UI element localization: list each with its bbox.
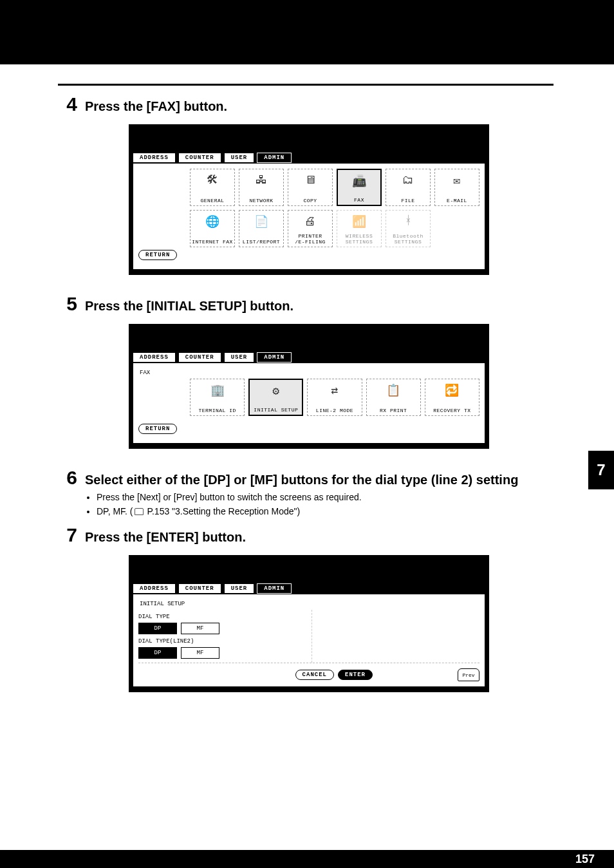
tab-address[interactable]: ADDRESS xyxy=(133,153,176,163)
top-black-bar xyxy=(0,0,614,64)
tab-user[interactable]: USER xyxy=(224,352,255,363)
tab-counter[interactable]: COUNTER xyxy=(178,352,221,363)
note-line: Press the [Next] or [Prev] button to swi… xyxy=(97,491,554,504)
step-title: Press the [INITIAL SETUP] button. xyxy=(85,299,293,314)
terminal-id-icon: 🏢 xyxy=(191,383,244,397)
tab-counter[interactable]: COUNTER xyxy=(178,583,221,594)
tab-user[interactable]: USER xyxy=(224,153,255,163)
horizontal-rule xyxy=(58,84,554,86)
step-title: Press the [ENTER] button. xyxy=(85,530,246,545)
btn-dp-line2[interactable]: DP xyxy=(138,647,177,659)
btn-line2-mode[interactable]: ⇄LINE-2 MODE xyxy=(307,379,362,416)
btn-mf-line2[interactable]: MF xyxy=(181,647,219,659)
prev-button[interactable]: Prev xyxy=(458,668,479,681)
btn-fax[interactable]: 📠FAX xyxy=(337,169,382,206)
btn-general[interactable]: 🛠GENERAL xyxy=(190,169,235,206)
step-number: 5 xyxy=(58,293,77,315)
btn-dp-line1[interactable]: DP xyxy=(138,623,177,634)
bluetooth-icon: ᚼ xyxy=(386,214,430,227)
step-7: 7 Press the [ENTER] button. ADDRESS COUN… xyxy=(58,524,554,692)
recovery-icon: 🔁 xyxy=(425,383,479,397)
admin-screen: ADDRESS COUNTER USER ADMIN 🛠GENERAL 🖧NET… xyxy=(129,124,489,275)
step-number: 6 xyxy=(58,467,77,489)
book-icon xyxy=(135,508,144,515)
step-number: 7 xyxy=(58,524,77,546)
rx-print-icon: 📋 xyxy=(367,383,420,397)
tab-admin[interactable]: ADMIN xyxy=(257,583,292,594)
label-dial-type: DIAL TYPE xyxy=(138,614,306,620)
step-title: Select either of the [DP] or [MF] button… xyxy=(85,473,518,487)
note-line: DP, MF. ( P.153 "3.Setting the Reception… xyxy=(97,505,554,518)
btn-printer-efiling[interactable]: 🖨PRINTER /E-FILING xyxy=(288,210,333,247)
label-dial-type-line2: DIAL TYPE(LINE2) xyxy=(138,638,306,645)
list-report-icon: 📄 xyxy=(239,214,283,229)
btn-terminal-id[interactable]: 🏢TERMINAL ID xyxy=(190,379,245,416)
tab-counter[interactable]: COUNTER xyxy=(178,153,221,163)
network-icon: 🖧 xyxy=(239,173,283,187)
copy-icon: 🖥 xyxy=(288,173,332,187)
btn-file[interactable]: 🗂FILE xyxy=(386,169,431,206)
tab-admin[interactable]: ADMIN xyxy=(257,352,292,363)
general-icon: 🛠 xyxy=(191,173,234,187)
step-number: 4 xyxy=(58,93,77,115)
btn-mf-line1[interactable]: MF xyxy=(181,623,219,634)
btn-bluetooth: ᚼBluetooth SETTINGS xyxy=(386,210,431,247)
context-initial-setup: INITIAL SETUP xyxy=(138,599,479,610)
return-button[interactable]: RETURN xyxy=(138,250,177,260)
btn-wireless: 📶WIRELESS SETTINGS xyxy=(337,210,382,247)
page-footer: 157 xyxy=(0,850,614,868)
btn-internet-fax[interactable]: 🌐INTERNET FAX xyxy=(190,210,235,247)
tab-user[interactable]: USER xyxy=(224,583,255,594)
context-fax: FAX xyxy=(138,368,479,379)
initial-setup-screen: ADDRESS COUNTER USER ADMIN INITIAL SETUP… xyxy=(129,555,489,692)
step-5: 5 Press the [INITIAL SETUP] button. ADDR… xyxy=(58,293,554,449)
chapter-tab: 7 xyxy=(588,451,614,489)
printer-icon: 🖨 xyxy=(288,214,332,228)
internet-fax-icon: 🌐 xyxy=(191,214,234,229)
btn-initial-setup[interactable]: ⚙INITIAL SETUP xyxy=(248,379,303,416)
page-number: 157 xyxy=(575,853,595,866)
tab-address[interactable]: ADDRESS xyxy=(133,583,176,594)
file-icon: 🗂 xyxy=(386,173,430,187)
line2-icon: ⇄ xyxy=(308,383,361,397)
wireless-icon: 📶 xyxy=(337,214,381,229)
email-icon: ✉ xyxy=(435,173,479,187)
initial-setup-icon: ⚙ xyxy=(250,384,302,398)
step-6: 6 Select either of the [DP] or [MF] butt… xyxy=(58,467,554,518)
tab-address[interactable]: ADDRESS xyxy=(133,352,176,363)
fax-icon: 📠 xyxy=(338,174,380,188)
fax-screen: ADDRESS COUNTER USER ADMIN FAX 🏢TERMINAL… xyxy=(129,324,489,449)
btn-list-report[interactable]: 📄LIST/REPORT xyxy=(239,210,284,247)
tab-admin[interactable]: ADMIN xyxy=(257,153,292,163)
cancel-button[interactable]: CANCEL xyxy=(295,670,334,680)
return-button[interactable]: RETURN xyxy=(138,424,177,434)
btn-copy[interactable]: 🖥COPY xyxy=(288,169,333,206)
step-title: Press the [FAX] button. xyxy=(85,99,227,114)
btn-recovery-tx[interactable]: 🔁RECOVERY TX xyxy=(425,379,479,416)
step-4: 4 Press the [FAX] button. ADDRESS COUNTE… xyxy=(58,93,554,275)
enter-button[interactable]: ENTER xyxy=(338,670,373,680)
btn-rx-print[interactable]: 📋RX PRINT xyxy=(366,379,421,416)
btn-network[interactable]: 🖧NETWORK xyxy=(239,169,284,206)
page-content: 4 Press the [FAX] button. ADDRESS COUNTE… xyxy=(58,93,554,710)
btn-email[interactable]: ✉E-MAIL xyxy=(434,169,479,206)
